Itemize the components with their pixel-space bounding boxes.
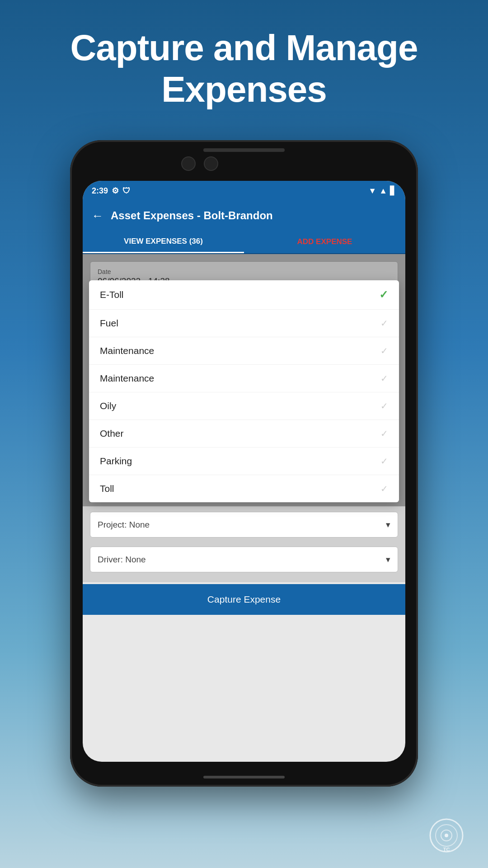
check-oily-icon: ✓ — [380, 401, 388, 411]
dropdown-label-maintenance2: Maintenance — [100, 373, 154, 384]
phone-camera-right — [204, 156, 218, 171]
phone-speaker — [203, 148, 285, 152]
chevron-down-icon: ▾ — [386, 519, 390, 530]
dropdown-item-fuel[interactable]: Fuel ✓ — [89, 310, 399, 337]
dropdown-item-maintenance2[interactable]: Maintenance ✓ — [89, 365, 399, 392]
project-label: Project: None — [98, 520, 150, 530]
check-other-icon: ✓ — [380, 428, 388, 439]
dropdown-label-maintenance1: Maintenance — [100, 345, 154, 356]
signal-icon: ▲ — [379, 186, 387, 196]
tabs-bar: VIEW EXPENSES (36) ADD EXPENSE — [83, 231, 405, 254]
app-bar: ← Asset Expenses - Bolt-Brandon — [83, 201, 405, 231]
project-select[interactable]: Project: None ▾ — [90, 512, 398, 538]
dropdown-label-fuel: Fuel — [100, 318, 118, 329]
driver-label: Driver: None — [98, 555, 146, 565]
svg-text:TC: TC — [443, 847, 450, 852]
dropdown-label-etoll: E-Toll — [100, 289, 124, 300]
tab-add-expense[interactable]: ADD EXPENSE — [244, 231, 405, 253]
dropdown-item-maintenance1[interactable]: Maintenance ✓ — [89, 337, 399, 365]
dropdown-item-parking[interactable]: Parking ✓ — [89, 448, 399, 475]
form-scroll-area: Date 06/06/2022 - 14:38 E-Toll ✓ Fuel — [83, 254, 405, 762]
company-logo: TC — [428, 817, 465, 854]
capture-expense-button[interactable]: Capture Expense — [83, 584, 405, 615]
shield-icon: 🛡 — [122, 186, 131, 196]
dropdown-item-toll[interactable]: Toll ✓ — [89, 475, 399, 502]
check-toll-icon: ✓ — [380, 483, 388, 494]
chevron-down-icon-2: ▾ — [386, 554, 390, 565]
bottom-form: Project: None ▾ Driver: None ▾ — [83, 506, 405, 582]
phone-screen: 2:39 ⚙ 🛡 ▼ ▲ ▋ ← Asset Expenses - Bolt-B… — [83, 181, 405, 762]
settings-icon: ⚙ — [112, 186, 119, 196]
dropdown-item-other[interactable]: Other ✓ — [89, 420, 399, 448]
check-etoll-icon: ✓ — [379, 288, 388, 301]
dropdown-label-other: Other — [100, 428, 124, 439]
dropdown-item-oily[interactable]: Oily ✓ — [89, 392, 399, 420]
check-maintenance2-icon: ✓ — [380, 373, 388, 384]
driver-select[interactable]: Driver: None ▾ — [90, 547, 398, 572]
wifi-icon: ▼ — [368, 186, 376, 196]
page-title: Capture and Manage Expenses — [0, 0, 488, 128]
dropdown-label-oily: Oily — [100, 401, 116, 411]
phone-camera-left — [181, 156, 196, 171]
status-time: 2:39 — [92, 186, 108, 196]
app-bar-title: Asset Expenses - Bolt-Brandon — [111, 209, 273, 222]
type-dropdown-menu[interactable]: E-Toll ✓ Fuel ✓ Maintenance ✓ Maintena — [89, 280, 399, 502]
check-fuel-icon: ✓ — [380, 318, 388, 329]
dropdown-label-parking: Parking — [100, 456, 132, 467]
back-button[interactable]: ← — [92, 209, 103, 223]
phone-home-bar — [203, 776, 285, 778]
dropdown-item-etoll[interactable]: E-Toll ✓ — [89, 280, 399, 310]
check-parking-icon: ✓ — [380, 456, 388, 467]
dropdown-label-toll: Toll — [100, 483, 114, 494]
logo-area: TC — [428, 817, 465, 854]
tab-view-expenses[interactable]: VIEW EXPENSES (36) — [83, 231, 244, 253]
phone-shell: 2:39 ⚙ 🛡 ▼ ▲ ▋ ← Asset Expenses - Bolt-B… — [70, 140, 418, 787]
battery-icon: ▋ — [390, 186, 396, 196]
status-bar: 2:39 ⚙ 🛡 ▼ ▲ ▋ — [83, 181, 405, 201]
form-area: Date 06/06/2022 - 14:38 E-Toll ✓ Fuel — [83, 254, 405, 506]
svg-point-3 — [445, 834, 448, 837]
check-maintenance1-icon: ✓ — [380, 345, 388, 356]
